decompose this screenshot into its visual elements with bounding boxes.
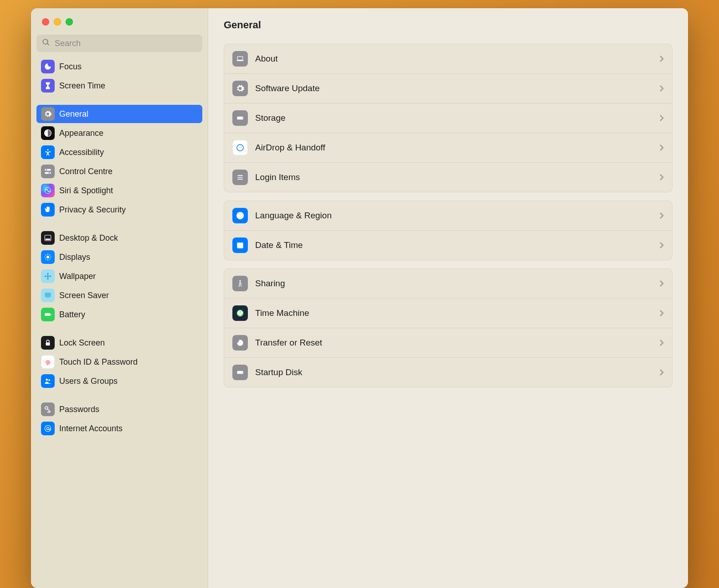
- svg-rect-37: [237, 242, 243, 244]
- minimize-window-button[interactable]: [54, 18, 61, 26]
- chevron-right-icon: [659, 55, 664, 62]
- svg-point-10: [47, 275, 49, 278]
- sidebar-item-label: Desktop & Dock: [59, 233, 118, 243]
- svg-point-1: [47, 149, 49, 150]
- svg-point-12: [47, 278, 49, 280]
- settings-row-label: About: [255, 54, 652, 64]
- svg-point-9: [46, 256, 49, 258]
- settings-row-software-update[interactable]: Software Update: [224, 74, 672, 103]
- sidebar-item-label: Passwords: [59, 405, 99, 414]
- sidebar-item-internet-accounts[interactable]: Internet Accounts: [36, 419, 202, 438]
- svg-point-13: [45, 276, 47, 277]
- close-window-button[interactable]: [42, 18, 49, 26]
- settings-row-sharing[interactable]: Sharing: [224, 269, 672, 299]
- airdrop-icon: [232, 140, 248, 155]
- sidebar-item-passwords[interactable]: Passwords: [36, 400, 202, 418]
- sidebar-item-battery[interactable]: Battery: [36, 305, 202, 324]
- sidebar-item-label: General: [59, 109, 88, 119]
- settings-row-storage[interactable]: Storage: [224, 103, 672, 133]
- screensaver-icon: [41, 289, 55, 302]
- svg-point-39: [239, 280, 241, 282]
- list-icon: [232, 170, 248, 185]
- sidebar-item-label: Lock Screen: [59, 338, 105, 348]
- chevron-right-icon: [659, 212, 664, 219]
- svg-rect-8: [46, 239, 51, 240]
- svg-point-23: [45, 425, 51, 432]
- sidebar-item-general[interactable]: General: [36, 105, 202, 123]
- sidebar-item-label: Focus: [59, 62, 82, 72]
- chevron-right-icon: [659, 280, 664, 287]
- sidebar-item-appearance[interactable]: Appearance: [36, 124, 202, 142]
- switches-icon: [41, 165, 55, 178]
- appearance-icon: [41, 126, 55, 140]
- svg-rect-16: [47, 298, 49, 299]
- svg-point-22: [45, 407, 48, 409]
- settings-row-language-region[interactable]: Language & Region: [224, 201, 672, 231]
- svg-rect-26: [237, 60, 244, 61]
- sidebar-item-screen-time[interactable]: Screen Time: [36, 77, 202, 95]
- svg-rect-32: [237, 175, 243, 176]
- settings-row-label: Storage: [255, 113, 652, 123]
- settings-row-about[interactable]: About: [224, 44, 672, 74]
- search-input[interactable]: [55, 39, 197, 48]
- settings-group: AboutSoftware UpdateStorageAirDrop & Han…: [224, 44, 673, 192]
- settings-row-transfer-or-reset[interactable]: Transfer or Reset: [224, 328, 672, 358]
- sidebar-item-touch-id-password[interactable]: Touch ID & Password: [36, 353, 202, 371]
- svg-rect-33: [237, 177, 243, 178]
- settings-row-date-time[interactable]: Date & Time: [224, 231, 672, 260]
- svg-rect-19: [46, 342, 50, 346]
- sidebar-item-screen-saver[interactable]: Screen Saver: [36, 286, 202, 304]
- moon-icon: [41, 60, 55, 73]
- search-field[interactable]: [36, 35, 202, 52]
- settings-row-startup-disk[interactable]: Startup Disk: [224, 358, 672, 387]
- svg-rect-18: [51, 314, 51, 315]
- sidebar-item-label: Control Centre: [59, 167, 113, 176]
- settings-group: Language & RegionDate & Time: [224, 201, 673, 260]
- chevron-right-icon: [659, 309, 664, 317]
- svg-point-4: [46, 169, 47, 170]
- sidebar-item-privacy-security[interactable]: Privacy & Security: [36, 201, 202, 219]
- svg-point-14: [49, 276, 51, 277]
- settings-window: FocusScreen TimeGeneralAppearanceAccessi…: [31, 8, 688, 588]
- settings-row-label: Transfer or Reset: [255, 338, 652, 348]
- sidebar-item-label: Displays: [59, 253, 90, 262]
- chevron-right-icon: [659, 242, 664, 249]
- hourglass-icon: [41, 79, 55, 93]
- brightness-icon: [41, 250, 55, 264]
- users-icon: [41, 374, 55, 388]
- sidebar-item-lock-screen[interactable]: Lock Screen: [36, 334, 202, 352]
- fingerprint-icon: [41, 355, 55, 369]
- svg-point-20: [46, 379, 48, 381]
- sidebar-item-focus[interactable]: Focus: [36, 57, 202, 76]
- svg-point-38: [241, 246, 243, 248]
- sidebar-list: FocusScreen TimeGeneralAppearanceAccessi…: [31, 57, 208, 588]
- sidebar-item-displays[interactable]: Displays: [36, 248, 202, 266]
- settings-row-label: Language & Region: [255, 211, 652, 221]
- chevron-right-icon: [659, 114, 664, 122]
- chevron-right-icon: [659, 144, 664, 151]
- at-icon: [41, 422, 55, 435]
- sidebar-item-wallpaper[interactable]: Wallpaper: [36, 267, 202, 285]
- svg-point-21: [48, 379, 50, 381]
- chevron-right-icon: [659, 369, 664, 376]
- svg-rect-3: [45, 172, 51, 174]
- battery-icon: [41, 308, 55, 321]
- settings-row-time-machine[interactable]: Time Machine: [224, 299, 672, 328]
- sidebar-item-label: Internet Accounts: [59, 424, 123, 433]
- settings-row-label: Time Machine: [255, 308, 652, 318]
- settings-row-login-items[interactable]: Login Items: [224, 163, 672, 192]
- hand-icon: [41, 203, 55, 217]
- chevron-right-icon: [659, 174, 664, 181]
- sidebar-item-users-groups[interactable]: Users & Groups: [36, 372, 202, 390]
- sidebar-item-siri-spotlight[interactable]: Siri & Spotlight: [36, 181, 202, 200]
- svg-point-31: [237, 144, 243, 151]
- sidebar-item-accessibility[interactable]: Accessibility: [36, 143, 202, 161]
- fullscreen-window-button[interactable]: [66, 18, 73, 26]
- search-container: [31, 35, 208, 57]
- sidebar-item-desktop-dock[interactable]: Desktop & Dock: [36, 229, 202, 247]
- settings-row-airdrop-handoff[interactable]: AirDrop & Handoff: [224, 133, 672, 163]
- key-icon: [41, 402, 55, 416]
- page-title: General: [224, 19, 673, 31]
- sidebar-item-control-centre[interactable]: Control Centre: [36, 162, 202, 181]
- sidebar-item-label: Screen Saver: [59, 291, 109, 300]
